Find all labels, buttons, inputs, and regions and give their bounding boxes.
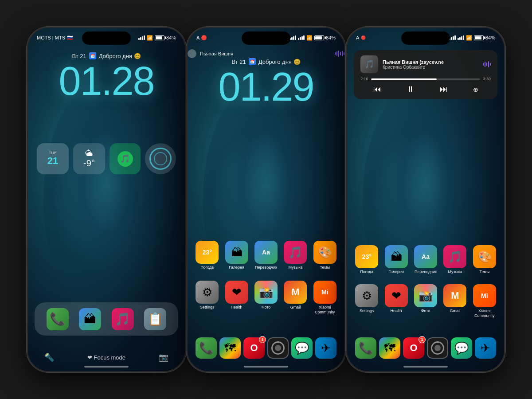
phone1-wrapper: MGTS | MTS 🇷🇺 📶 84% xyxy=(27,27,186,372)
progress-area: 2:10 3:30 xyxy=(360,77,491,81)
phone3-red-dot: 🔴 xyxy=(361,35,366,40)
progress-bar[interactable] xyxy=(371,78,481,80)
phone3-music-icon: 🎵 xyxy=(443,245,466,268)
phone3-vol-down[interactable] xyxy=(346,94,347,112)
dock-whatsapp-phone3[interactable]: 💬 xyxy=(451,337,472,359)
app-settings-phone3[interactable]: ⚙ Settings xyxy=(354,284,379,318)
dock-maps-phone3[interactable]: 🗺 xyxy=(379,337,400,359)
weather-widget: 🌥 -9° xyxy=(73,143,105,174)
dock-telegram-phone3[interactable]: ✈ xyxy=(475,337,496,359)
phone3-gallery-label: Галерея xyxy=(388,270,404,274)
notif-artist: Кристина Орбакайте xyxy=(383,65,478,70)
dock-phone3-opera-icon: O 1 xyxy=(403,337,424,359)
widget-temp: -9° xyxy=(83,158,95,168)
xiaomi-icon: Mi xyxy=(313,281,336,304)
dock-phone-phone2[interactable]: 📞 xyxy=(196,337,217,359)
phone1-frame: MGTS | MTS 🇷🇺 📶 84% xyxy=(27,27,186,372)
camera-item[interactable]: 📷 xyxy=(159,352,168,362)
music-dot-icon: 🎵 xyxy=(188,49,196,58)
app-health-phone2[interactable]: ❤ Health xyxy=(223,281,249,315)
dock-gallery-icon[interactable]: 🏔 xyxy=(79,308,101,330)
clock-area-phone2: Вт 21 📅 Доброго дня 😊 01.29 xyxy=(188,58,344,107)
app-grid-row1-phone2: 23° Погода 🏔 Галерея Аа Переводчик 🎵 Муз… xyxy=(194,241,338,270)
app-weather-phone3[interactable]: 23° Погода xyxy=(354,245,379,274)
app-photos-phone2[interactable]: 📸 Фото xyxy=(253,281,279,315)
app-gmail-phone3[interactable]: M Gmail xyxy=(442,284,468,318)
app-gallery-phone2[interactable]: 🏔 Галерея xyxy=(223,241,249,270)
phone3-photos-icon: 📸 xyxy=(414,284,437,307)
phone3-translate-label: Переводчик xyxy=(415,270,437,274)
phone3-themes-label: Темы xyxy=(479,270,489,274)
carrier-text: MGTS | MTS xyxy=(37,35,65,40)
focus-item[interactable]: ❤ Focus mode xyxy=(87,354,125,361)
progress-fill xyxy=(371,78,437,80)
dock-camera-icon xyxy=(267,337,289,359)
dock-phone-phone3[interactable]: 📞 xyxy=(355,337,376,359)
widget-date-num: 21 xyxy=(47,155,58,167)
dock-phone1: 📞 🏔 🎵 📋 xyxy=(35,302,178,336)
dock-phone2-phone-icon: 📞 xyxy=(196,337,217,359)
phone2-signal xyxy=(289,35,296,40)
dock-opera-phone3[interactable]: O 1 xyxy=(403,337,424,359)
app-xiaomi-phone2[interactable]: Mi Xiaomi Community xyxy=(312,281,338,315)
app-translate-phone2[interactable]: Аа Переводчик xyxy=(253,241,279,270)
dock-maps-icon: 🗺 xyxy=(219,337,241,359)
torch-item[interactable]: 🔦 xyxy=(44,352,54,362)
app-health-phone3[interactable]: ❤ Health xyxy=(383,284,409,318)
dock-maps-phone2[interactable]: 🗺 xyxy=(219,337,241,359)
dock-music-icon[interactable]: 🎵 xyxy=(112,308,134,330)
ring-inner xyxy=(154,152,167,165)
phone2-wifi: 📶 xyxy=(306,35,313,41)
phone3-power[interactable] xyxy=(504,81,505,108)
settings-label: Settings xyxy=(200,305,215,310)
phone3-vol-up[interactable] xyxy=(346,72,347,90)
xiaomi-label: Xiaomi Community xyxy=(312,305,338,315)
spotify-widget[interactable]: 🎵 xyxy=(110,143,141,174)
dock-camera-phone2[interactable] xyxy=(267,337,289,359)
dock-opera-phone2[interactable]: O 1 xyxy=(243,337,265,359)
phone3-settings-label: Settings xyxy=(360,309,374,313)
app-weather-phone2[interactable]: 23° Погода xyxy=(194,241,220,270)
dock-phone-icon[interactable]: 📞 xyxy=(47,308,69,330)
dock-camera-phone3[interactable] xyxy=(427,337,448,359)
date-text: Вт 21 xyxy=(72,53,86,59)
app-themes-phone2[interactable]: 🎨 Темы xyxy=(312,241,338,270)
dock-phone3-maps-icon: 🗺 xyxy=(379,337,400,359)
app-xiaomi-phone3[interactable]: Mi Xiaomi Community xyxy=(472,284,497,318)
app-translate-phone3[interactable]: Аа Переводчик xyxy=(413,245,438,274)
bottom-dock-phone2: 📞 🗺 O 1 💬 ✈ xyxy=(194,337,338,359)
next-button[interactable]: ⏭ xyxy=(440,85,448,94)
weather-icon: 23° xyxy=(196,241,219,264)
app-music-phone2[interactable]: 🎵 Музыка xyxy=(282,241,308,270)
phone3-notch xyxy=(401,31,450,45)
app-photos-phone3[interactable]: 📸 Фото xyxy=(413,284,438,318)
calendar-widget: TUE 21 xyxy=(37,143,69,174)
app-music-phone3[interactable]: 🎵 Музыка xyxy=(442,245,468,274)
phone3-opera-badge: 1 xyxy=(419,336,426,343)
dock-notes-icon[interactable]: 📋 xyxy=(144,308,166,330)
dock-telegram-phone2[interactable]: ✈ xyxy=(315,337,336,359)
app-gallery-phone3[interactable]: 🏔 Галерея xyxy=(383,245,409,274)
gallery-icon: 🏔 xyxy=(225,241,248,264)
music-widget-phone2[interactable]: 🎵 Пьяная Вишня xyxy=(188,49,344,58)
pause-button[interactable]: ⏸ xyxy=(407,85,415,94)
wifi-icon: 📶 xyxy=(147,35,153,41)
dock-opera-icon: O 1 xyxy=(243,337,265,359)
app-themes-phone3[interactable]: 🎨 Темы xyxy=(472,245,497,274)
phone3-signal2 xyxy=(458,35,464,40)
greeting-text: Доброго дня 😊 xyxy=(99,53,141,59)
app-grid-row2-phone3: ⚙ Settings ❤ Health 📸 Фото M Gmail Mi Xi… xyxy=(354,284,497,318)
photos-icon: 📸 xyxy=(254,281,278,304)
phone2-frame: A 🔴 📶 8 xyxy=(186,27,346,372)
album-art: 🎵 xyxy=(360,55,378,73)
app-gmail-phone2[interactable]: M Gmail xyxy=(282,281,308,315)
app-settings-phone2[interactable]: ⚙ Settings xyxy=(194,281,220,315)
dock-whatsapp-phone2[interactable]: 💬 xyxy=(291,337,313,359)
progress-current: 2:10 xyxy=(360,77,368,81)
music-notification[interactable]: 🎵 Пьяная Вишня (zaycev.ne Кристина Орбак… xyxy=(354,50,497,99)
prev-button[interactable]: ⏮ xyxy=(373,85,381,94)
airplay-button[interactable]: ⊕ xyxy=(473,86,478,93)
phone2-notch xyxy=(242,31,290,45)
app-grid-row1-phone3: 23° Погода 🏔 Галерея Аа Переводчик 🎵 Муз… xyxy=(354,245,497,274)
big-clock-phone1: 01.28 xyxy=(28,61,185,101)
